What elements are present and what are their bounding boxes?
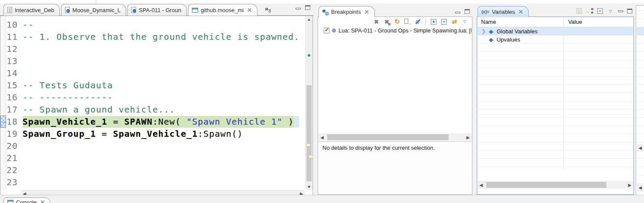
maximize-icon[interactable] [305, 5, 310, 10]
code-line: 15-- Tests Gudauta [7, 79, 305, 91]
code-text[interactable] [20, 66, 23, 80]
scroll-left-arrow[interactable]: ◀ [637, 184, 643, 191]
top-strip [0, 0, 644, 3]
minimize-icon[interactable] [618, 10, 623, 12]
tab-breakpoints[interactable]: Breakpoints ✕ [319, 6, 375, 17]
close-icon[interactable]: ✕ [518, 9, 523, 15]
variables-toolbar-icons: →−▽ [576, 7, 614, 15]
link-with-debug-icon[interactable]: ⇄ [451, 18, 458, 26]
show-supported-breakpoints-icon[interactable]: ↻ [394, 18, 401, 26]
code-text[interactable]: -- Spawn a gound vehicle... [20, 104, 175, 116]
variable-diamond-icon: ◆ [487, 28, 495, 35]
close-icon[interactable]: ✕ [364, 9, 369, 15]
show-logical-structure-icon[interactable]: → [586, 7, 593, 15]
restore-view-handle[interactable] [309, 155, 313, 158]
line-number: 23 [7, 177, 20, 187]
tab-interactive-deb[interactable]: Interactive_Deb [3, 4, 60, 16]
variables-horizontal-scrollbar[interactable]: ◀ ▶ [478, 181, 633, 189]
skip-all-breakpoints-icon[interactable] [414, 18, 422, 26]
scrollbar-thumb[interactable] [327, 134, 449, 140]
variables-view: Name Value ❯◆Global Variables◆Upvalues ◀… [477, 16, 634, 195]
code-text[interactable] [20, 175, 23, 189]
view-menu-icon[interactable]: ▽ [607, 7, 614, 15]
breakpoint-label: Lua: SPA-011 - Ground Ops - Simple Spawn… [338, 27, 472, 34]
empty-grid-row [478, 93, 633, 101]
close-icon[interactable]: ✕ [247, 7, 252, 13]
code-line: 21 [7, 152, 305, 164]
restore-view-handle[interactable] [306, 143, 311, 147]
variable-name: Global Variables [495, 28, 537, 35]
breakpoint-details-pane: No details to display for the current se… [319, 142, 472, 194]
tab-label: SPA-011 - Groun [139, 7, 181, 13]
collapse-all-icon[interactable]: − [440, 18, 448, 26]
close-icon[interactable]: ✕ [40, 200, 45, 203]
empty-grid-row [478, 126, 633, 134]
line-number: 10 [7, 19, 20, 30]
tab-variables[interactable]: (x)= Variables ✕ [478, 6, 529, 17]
tab-overflow-chevron[interactable]: »8 [265, 5, 271, 13]
clipped-selected-row [637, 27, 644, 35]
scroll-right-arrow[interactable]: ▶ [465, 133, 472, 141]
line-number: 15 [7, 80, 20, 90]
scrollbar-thumb[interactable] [486, 182, 606, 188]
variable-diamond-icon: ◆ [487, 36, 495, 43]
code-text[interactable]: Spawn_Vehicle_1 = SPAWN:New( "Spawn Vehi… [20, 116, 299, 128]
show-type-names-icon[interactable] [576, 7, 583, 15]
code-text[interactable]: -- ------------- [20, 92, 113, 103]
line-number: 16 [7, 92, 20, 103]
breakpoints-view: ✖✖✖↻→+−⇄▽ Lua: SPA-011 - Ground Ops - Si… [318, 16, 472, 195]
code-text[interactable]: -- 1. Observe that the ground vehicle is… [20, 31, 299, 43]
maximize-icon[interactable] [465, 9, 470, 14]
code-line: 13 [7, 55, 305, 67]
tab-github-moose[interactable]: github.moose_mi ✕ [188, 4, 257, 16]
expand-all-icon[interactable]: + [430, 18, 437, 26]
scroll-right-arrow[interactable]: ▶ [626, 181, 633, 189]
tab-label: Moose_Dynamic_L [72, 7, 120, 13]
go-to-file-icon[interactable]: → [404, 18, 411, 26]
empty-grid-row [478, 159, 633, 167]
variables-row[interactable]: ◆Upvalues [478, 35, 633, 44]
minimize-icon[interactable] [455, 12, 460, 13]
tab-console[interactable]: Console ✕ [3, 197, 50, 203]
details-message: No details to display for the current se… [322, 145, 435, 151]
breakpoint-entry[interactable]: Lua: SPA-011 - Ground Ops - Simple Spawn… [319, 26, 472, 35]
breakpoints-icon [322, 9, 329, 15]
scroll-left-arrow[interactable]: ◀ [637, 144, 643, 151]
collapse-all-icon[interactable]: − [596, 7, 604, 15]
column-header-value[interactable]: Value [563, 17, 633, 27]
remove-breakpoint-icon[interactable]: ✖ [373, 18, 380, 26]
empty-grid-row [478, 134, 633, 142]
code-lines: 10--11-- 1. Observe that the ground vehi… [7, 16, 305, 190]
minimize-icon[interactable] [296, 8, 301, 10]
column-header-name[interactable]: Name [478, 17, 563, 27]
window-icon [192, 8, 198, 13]
scrollbar-thumb[interactable] [306, 85, 312, 181]
annotation-ruler[interactable] [0, 16, 6, 190]
breakpoint-checkbox[interactable] [324, 28, 329, 33]
tab-spa-011[interactable]: SPA-011 - Groun [127, 4, 187, 16]
code-line: 16-- ------------- [7, 91, 305, 103]
breakpoints-horizontal-scrollbar[interactable]: ◀ ▶ [319, 133, 472, 141]
view-menu-icon[interactable]: ▽ [461, 18, 468, 26]
empty-grid-row [478, 142, 633, 151]
breakpoints-tab-bar: Breakpoints ✕ [318, 5, 472, 16]
scroll-left-arrow[interactable]: ◀ [478, 181, 485, 189]
maximize-icon[interactable] [627, 9, 632, 13]
lua-file-icon [131, 7, 136, 13]
tab-moose-dynamic[interactable]: Moose_Dynamic_L [61, 4, 126, 16]
code-editor[interactable]: 10--11-- 1. Observe that the ground vehi… [0, 16, 313, 197]
instruction-pointer-marker[interactable] [0, 116, 6, 128]
code-text[interactable]: Spawn_Group_1 = Spawn_Vehicle_1:Spawn() [20, 128, 243, 140]
code-text[interactable]: -- [20, 19, 34, 31]
editor-vertical-scrollbar[interactable]: ▲ ▼ [305, 16, 312, 190]
expand-chevron-icon[interactable]: ❯ [480, 28, 487, 34]
scroll-left-arrow[interactable]: ◀ [319, 133, 325, 141]
scroll-up-arrow[interactable]: ▲ [306, 16, 312, 23]
code-line: 23 [7, 176, 305, 188]
code-text[interactable]: -- Tests Gudauta [20, 80, 113, 91]
remove-all-breakpoints-icon[interactable]: ✖✖ [383, 18, 390, 26]
scroll-down-arrow[interactable]: ▼ [306, 184, 312, 190]
breakpoint-dot-icon [332, 29, 336, 32]
variables-row[interactable]: ❯◆Global Variables [478, 27, 633, 35]
line-number: 14 [7, 68, 20, 78]
